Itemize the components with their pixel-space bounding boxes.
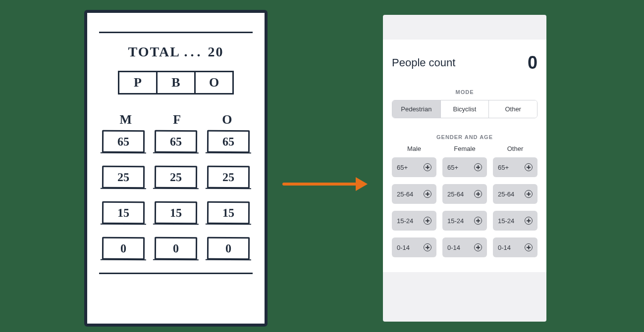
sketch-total-label: TOTAL xyxy=(128,44,180,59)
age-chip-male-65plus[interactable]: 65+ xyxy=(392,157,436,177)
gender-section-label: GENDER AND AGE xyxy=(392,134,537,140)
plus-circle-icon xyxy=(525,217,533,225)
chip-label: 65+ xyxy=(447,164,458,171)
sketch-divider-bottom xyxy=(99,273,253,274)
chip-label: 25-64 xyxy=(397,190,413,198)
app-header: People count 0 xyxy=(392,52,537,73)
plus-circle-icon xyxy=(525,163,533,171)
plus-circle-icon xyxy=(474,163,482,171)
age-chip-male-0-14[interactable]: 0-14 xyxy=(392,237,436,257)
chip-label: 65+ xyxy=(397,164,408,171)
plus-circle-icon xyxy=(525,243,533,251)
col-female: Female xyxy=(442,145,487,152)
arrow-line xyxy=(282,183,357,186)
chip-label: 15-24 xyxy=(447,217,464,225)
age-chip-female-0-14[interactable]: 0-14 xyxy=(442,237,487,257)
mode-pedestrian[interactable]: Pedestrian xyxy=(392,100,440,118)
chip-label: 25-64 xyxy=(447,190,464,198)
sketch-mode-O: O xyxy=(194,71,234,95)
sketch-cell: 65 xyxy=(102,130,145,153)
col-male: Male xyxy=(392,145,436,152)
sketch-cell: 0 xyxy=(155,237,197,260)
age-chip-male-15-24[interactable]: 15-24 xyxy=(392,211,436,231)
plus-circle-icon xyxy=(424,163,431,171)
sketch-cell: 15 xyxy=(207,201,250,224)
chip-label: 0-14 xyxy=(498,244,511,251)
sketch-gender-heads: M F O xyxy=(99,112,253,127)
chip-label: 15-24 xyxy=(498,217,514,225)
sketch-total-line: TOTAL ... 20 xyxy=(99,44,253,60)
sketch-divider-top xyxy=(99,32,253,33)
sketch-cell: 65 xyxy=(207,130,250,153)
plus-circle-icon xyxy=(424,243,431,251)
sketch-dots: ... xyxy=(184,44,203,59)
chip-label: 65+ xyxy=(498,164,509,171)
mode-segmented-control: Pedestrian Bicyclist Other xyxy=(392,100,537,118)
arrow-right-icon xyxy=(356,177,368,191)
sketch-cell: 65 xyxy=(155,130,197,153)
mode-other[interactable]: Other xyxy=(488,100,537,118)
sketch-gender-O: O xyxy=(222,112,232,127)
chip-label: 25-64 xyxy=(498,190,514,198)
app-panel: People count 0 MODE Pedestrian Bicyclist… xyxy=(383,15,546,322)
chip-label: 15-24 xyxy=(397,217,413,225)
sketch-cell: 25 xyxy=(155,166,197,189)
col-other: Other xyxy=(493,145,537,152)
sketch-cell: 15 xyxy=(102,201,145,224)
chip-label: 0-14 xyxy=(447,244,460,251)
age-chip-other-65plus[interactable]: 65+ xyxy=(493,157,537,177)
sketch-mode-B: B xyxy=(156,71,196,95)
gender-column-heads: Male Female Other xyxy=(392,145,537,152)
total-count: 0 xyxy=(528,52,537,73)
chip-label: 0-14 xyxy=(397,244,410,251)
mode-bicyclist[interactable]: Bicyclist xyxy=(440,100,489,118)
page-title: People count xyxy=(392,56,455,69)
age-chip-male-25-64[interactable]: 25-64 xyxy=(392,184,436,204)
age-chip-female-15-24[interactable]: 15-24 xyxy=(442,211,487,231)
sketch-gender-F: F xyxy=(173,112,181,127)
age-chip-female-25-64[interactable]: 25-64 xyxy=(442,184,487,204)
transform-arrow xyxy=(282,177,368,191)
plus-circle-icon xyxy=(474,243,482,251)
sketch-cell: 0 xyxy=(207,237,250,260)
sketch-cell: 15 xyxy=(155,201,197,224)
age-chip-other-15-24[interactable]: 15-24 xyxy=(493,211,537,231)
sketch-cell: 25 xyxy=(102,166,145,189)
age-chip-female-65plus[interactable]: 65+ xyxy=(442,157,487,177)
mode-section-label: MODE xyxy=(392,89,537,95)
age-buttons-grid: 65+ 65+ 65+ 25-64 25-64 25-64 15-24 15-2… xyxy=(392,157,537,257)
plus-circle-icon xyxy=(525,190,533,198)
plus-circle-icon xyxy=(474,190,482,198)
sketch-panel: TOTAL ... 20 P B O M F O 65 65 65 25 25 … xyxy=(84,10,268,327)
sketch-mode-row: P B O xyxy=(99,71,253,95)
plus-circle-icon xyxy=(474,217,482,225)
plus-circle-icon xyxy=(424,190,431,198)
sketch-cell: 0 xyxy=(102,237,145,260)
sketch-mode-P: P xyxy=(118,71,158,95)
sketch-total-value: 20 xyxy=(208,44,223,59)
sketch-cell: 25 xyxy=(207,166,250,189)
plus-circle-icon xyxy=(424,217,431,225)
app-footer xyxy=(383,272,546,294)
age-chip-other-0-14[interactable]: 0-14 xyxy=(493,237,537,257)
sketch-age-grid: 65 65 65 25 25 25 15 15 15 0 0 0 xyxy=(99,130,253,260)
sketch-gender-M: M xyxy=(120,112,132,127)
age-chip-other-25-64[interactable]: 25-64 xyxy=(493,184,537,204)
